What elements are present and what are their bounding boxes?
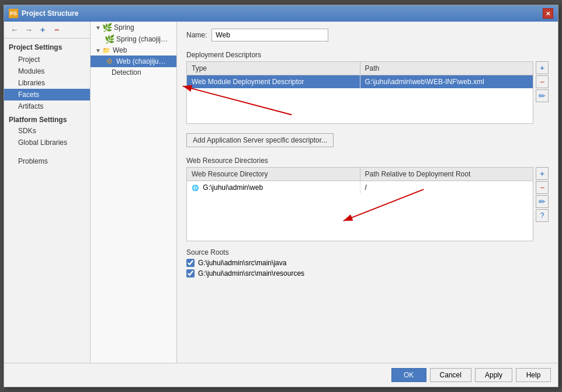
- left-toolbar: ← → + −: [4, 22, 90, 39]
- name-row: Name:: [186, 29, 549, 41]
- sidebar-item-global-libraries[interactable]: Global Libraries: [4, 137, 90, 148]
- web-resource-section: Web Resource Directories Web Resource Di…: [186, 157, 549, 241]
- platform-settings-label: Platform Settings: [4, 112, 90, 125]
- ok-button[interactable]: OK: [391, 368, 426, 382]
- tree-item-spring[interactable]: ▼ 🌿 Spring: [91, 22, 176, 33]
- dialog-icon: PS: [9, 9, 18, 18]
- project-settings-label: Project Settings: [4, 39, 90, 54]
- spring-icon: 🌿: [102, 23, 112, 32]
- apply-button[interactable]: Apply: [475, 368, 512, 382]
- web-resource-help-button[interactable]: ?: [536, 209, 549, 222]
- source-roots-list: G:\juhui\admin\src\main\java G:\juhui\ad…: [186, 259, 549, 277]
- web-resource-side-buttons: + − ✏ ?: [536, 167, 549, 241]
- web-label: Web: [113, 46, 127, 54]
- tree-item-spring-child[interactable]: 🌿 Spring (chaojijuhu: [91, 33, 176, 45]
- add-item-button[interactable]: +: [37, 24, 48, 36]
- web-resource-cell-path-0: /: [360, 181, 533, 194]
- web-resource-add-button[interactable]: +: [536, 167, 549, 180]
- web-resource-section-label: Web Resource Directories: [186, 157, 549, 165]
- web-resource-cell-dir-0: 🌐 G:\juhui\admin\web: [187, 181, 360, 194]
- nav-back-button[interactable]: ←: [9, 24, 20, 36]
- deployment-cell-type-0: Web Module Deployment Descriptor: [187, 75, 360, 88]
- web-folder-icon: 📁: [102, 47, 110, 54]
- sidebar: Project Settings Project Modules Librari…: [4, 39, 91, 167]
- deployment-col-path: Path: [360, 62, 533, 75]
- tree-item-web-child[interactable]: ⚙ Web (chaojijuhui: [91, 55, 176, 67]
- source-root-checkbox-0[interactable]: [186, 259, 195, 267]
- project-structure-dialog: PS Project Structure ✕ ← → + − Project S…: [4, 5, 558, 387]
- left-panel: ← → + − Project Settings Project Modules…: [4, 22, 91, 363]
- web-child-icon: ⚙: [105, 57, 114, 66]
- detection-label: Detection: [112, 68, 141, 77]
- tree-item-detection[interactable]: Detection: [91, 67, 176, 78]
- sidebar-item-libraries[interactable]: Libraries: [4, 77, 90, 89]
- main-content-area: Name: Deployment Descriptors Type Path: [177, 22, 558, 363]
- deployment-table-header: Type Path: [187, 62, 533, 75]
- web-resource-edit-button[interactable]: ✏: [536, 195, 549, 208]
- web-resource-table-wrapper: Web Resource Directory Path Relative to …: [186, 167, 549, 241]
- deployment-section-label: Deployment Descriptors: [186, 51, 549, 59]
- web-caret-icon: ▼: [95, 47, 102, 54]
- main-panel: Name: Deployment Descriptors Type Path: [177, 22, 558, 363]
- web-resource-row-0[interactable]: 🌐 G:\juhui\admin\web /: [187, 181, 533, 194]
- deployment-edit-button[interactable]: ✏: [536, 89, 549, 102]
- dialog-title: Project Structure: [22, 9, 543, 18]
- web-resource-table-header: Web Resource Directory Path Relative to …: [187, 168, 533, 181]
- web-resource-remove-button[interactable]: −: [536, 181, 549, 194]
- source-root-path-1: G:\juhui\admin\src\main\resources: [198, 269, 304, 277]
- help-button[interactable]: Help: [516, 368, 551, 382]
- sidebar-item-artifacts[interactable]: Artifacts: [4, 100, 90, 112]
- web-resource-table-empty: [187, 194, 533, 241]
- deployment-row-0[interactable]: Web Module Deployment Descriptor G:\juhu…: [187, 75, 533, 88]
- source-roots-label: Source Roots: [186, 248, 549, 256]
- source-root-row-1: G:\juhui\admin\src\main\resources: [186, 269, 549, 277]
- name-input[interactable]: [211, 29, 328, 41]
- deployment-col-type: Type: [187, 62, 360, 75]
- tree-panel: ▼ 🌿 Spring 🌿 Spring (chaojijuhu ▼ 📁 Web …: [91, 22, 177, 363]
- source-roots-section: Source Roots G:\juhui\admin\src\main\jav…: [186, 248, 549, 277]
- deployment-add-button[interactable]: +: [536, 61, 549, 74]
- deployment-table: Type Path Web Module Deployment Descript…: [186, 61, 533, 124]
- web-resource-dir-path: G:\juhui\admin\web: [203, 183, 263, 192]
- cancel-button[interactable]: Cancel: [430, 368, 471, 382]
- deployment-side-buttons: + − ✏: [536, 61, 549, 124]
- spring-child-label: Spring (chaojijuhu: [116, 35, 169, 43]
- content-area: ← → + − Project Settings Project Modules…: [4, 22, 558, 363]
- sidebar-item-modules[interactable]: Modules: [4, 65, 90, 77]
- spring-label: Spring: [114, 23, 134, 32]
- deployment-cell-path-0: G:\juhui\admin\web\WEB-INF\web.xml: [360, 75, 533, 88]
- close-button[interactable]: ✕: [543, 8, 553, 19]
- tree-item-web[interactable]: ▼ 📁 Web: [91, 45, 176, 55]
- web-resource-table: Web Resource Directory Path Relative to …: [186, 167, 533, 241]
- source-root-checkbox-1[interactable]: [186, 269, 195, 277]
- sidebar-item-project[interactable]: Project: [4, 54, 90, 65]
- deployment-section: Deployment Descriptors Type Path Web Mod…: [186, 51, 549, 124]
- footer: OK Cancel Apply Help: [4, 363, 558, 387]
- add-server-wrapper: Add Application Server specific descript…: [186, 131, 549, 150]
- web-resource-col-path: Path Relative to Deployment Root: [360, 168, 533, 181]
- web-resource-dir-icon: 🌐: [192, 185, 199, 191]
- web-child-label: Web (chaojijuhui: [116, 57, 166, 65]
- sidebar-item-facets[interactable]: Facets: [4, 89, 90, 100]
- sidebar-item-sdks[interactable]: SDKs: [4, 125, 90, 137]
- spring-child-icon: 🌿: [105, 34, 114, 44]
- sidebar-item-problems[interactable]: Problems: [4, 155, 90, 167]
- name-field-label: Name:: [186, 31, 207, 39]
- remove-item-button[interactable]: −: [51, 24, 63, 36]
- right-panel: ▼ 🌿 Spring 🌿 Spring (chaojijuhu ▼ 📁 Web …: [91, 22, 558, 363]
- deployment-table-wrapper: Type Path Web Module Deployment Descript…: [186, 61, 549, 124]
- source-root-row-0: G:\juhui\admin\src\main\java: [186, 259, 549, 267]
- title-bar: PS Project Structure ✕: [4, 5, 558, 22]
- add-server-button[interactable]: Add Application Server specific descript…: [186, 133, 334, 147]
- web-resource-col-dir: Web Resource Directory: [187, 168, 360, 181]
- deployment-table-empty: [187, 88, 533, 123]
- spring-caret-icon: ▼: [95, 25, 102, 31]
- source-root-path-0: G:\juhui\admin\src\main\java: [198, 259, 286, 267]
- nav-forward-button[interactable]: →: [23, 24, 34, 36]
- deployment-remove-button[interactable]: −: [536, 75, 549, 88]
